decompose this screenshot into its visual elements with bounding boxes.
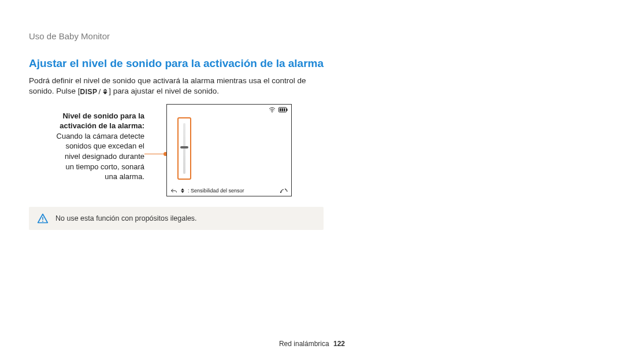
disp-label: DISP [80, 87, 98, 96]
svg-rect-2 [287, 109, 288, 111]
slider-thumb [180, 146, 188, 148]
intro-text-2: ] para ajustar el nivel de sonido. [109, 87, 219, 95]
slash: / [99, 87, 101, 97]
breadcrumb: Uso de Baby Monitor [29, 31, 595, 41]
footer-section-label: Red inalámbrica [279, 340, 329, 348]
button-combo-icon: DISP/ [80, 87, 109, 97]
figure-row: Nivel de sonido para la activación de la… [29, 104, 595, 196]
page-footer: Red inalámbrica 122 [0, 340, 624, 348]
svg-rect-7 [42, 217, 43, 220]
section-heading: Ajustar el nivel de sonido para la activ… [29, 57, 595, 70]
macro-flower-icon [102, 88, 109, 95]
warning-triangle-icon [37, 213, 49, 224]
caption-line-3: nivel designado durante [29, 151, 144, 162]
signal-waves-icon [280, 188, 288, 194]
svg-rect-5 [284, 108, 285, 111]
intro-paragraph: Podrá definir el nivel de sonido que act… [29, 76, 324, 97]
svg-point-0 [272, 112, 273, 113]
caption-bold-1: Nivel de sonido para la [29, 111, 144, 121]
camera-screen-illustration: : Sensibilidad del sensor [166, 104, 292, 196]
svg-rect-3 [280, 108, 281, 111]
caption-line-1: Cuando la cámara detecte [29, 131, 144, 142]
caption-bold-2: activación de la alarma: [29, 121, 144, 131]
caption-line-4: un tiempo corto, sonará [29, 162, 144, 172]
figure-caption: Nivel de sonido para la activación de la… [29, 104, 144, 182]
svg-rect-8 [42, 221, 43, 222]
svg-rect-4 [282, 108, 284, 111]
sensitivity-label: : Sensibilidad del sensor [188, 188, 244, 194]
wifi-icon [269, 107, 276, 113]
up-down-triangles-icon [181, 188, 184, 193]
svg-point-6 [280, 192, 281, 193]
page-number: 122 [333, 340, 345, 348]
caption-line-2: sonidos que excedan el [29, 141, 144, 151]
battery-icon [278, 107, 288, 113]
callout-connector [144, 104, 158, 173]
warning-text: No use esta función con propósitos ilega… [55, 214, 197, 222]
back-icon [170, 188, 177, 194]
caption-line-5: una alarma. [29, 172, 144, 182]
warning-callout: No use esta función con propósitos ilega… [29, 207, 324, 230]
sound-level-slider [177, 117, 191, 180]
